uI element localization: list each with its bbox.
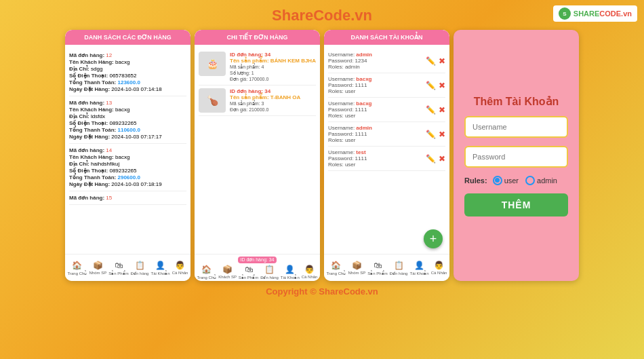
panel-order-list: DANH SÁCH CÁC ĐƠN HÀNG Mã đơn hàng: 12 T…: [65, 30, 190, 281]
order-item[interactable]: Mã đơn hàng: 15: [69, 191, 186, 205]
account-item: Username: admin Password: 1234 Roles: ad…: [328, 49, 445, 73]
panel-order-detail-footer: ID đơn hàng: 34 🏠Trang Chủ 📦Khách SP 🛍Sả…: [195, 254, 320, 281]
username-input[interactable]: [464, 116, 568, 138]
footer-copyright: Copyright © ShareCode.vn: [0, 281, 644, 299]
edit-account-button[interactable]: ✏️: [426, 105, 436, 115]
logo-text: SHARECODE.vn: [573, 10, 632, 18]
footer-sanpham[interactable]: 🛍Sản Phẩm: [367, 261, 387, 276]
edit-account-button[interactable]: ✏️: [426, 130, 436, 139]
footer-canhan[interactable]: 👨Cá Nhân: [431, 261, 447, 275]
header: ShareCode.vn: [0, 0, 644, 30]
product-image-1: 🎂: [199, 52, 226, 76]
delete-account-button[interactable]: ✖: [439, 81, 445, 90]
radio-user-circle: [493, 176, 502, 185]
panel-add-account: Thêm Tài Khoản Rules: user admin THÊM: [454, 30, 579, 281]
detail-item[interactable]: 🎂 ID đơn hàng: 34 Tên sản phẩm: BÁNH KEM…: [199, 49, 316, 86]
footer-taikhoan[interactable]: 👤Tài Khoản: [151, 261, 170, 276]
order-item[interactable]: Mã đơn hàng: 14 Tên Khách Hàng: bacxg Đị…: [69, 144, 186, 191]
order-item[interactable]: Mã đơn hàng: 12 Tên Khách Hàng: bacxg Đị…: [69, 49, 186, 96]
footer-donhang[interactable]: 📋Đơn hàng: [131, 261, 149, 276]
add-account-fab[interactable]: +: [424, 229, 443, 248]
order-item[interactable]: Mã đơn hàng: 13 Tên Khách Hàng: bacxg Đị…: [69, 96, 186, 144]
panel-account-list-footer: 🏠Trang Chủ 📦Nhóm SP 🛍Sản Phẩm 📋Đơn hàng …: [324, 254, 449, 281]
footer-trangchu[interactable]: 🏠Trang Chủ: [68, 261, 87, 276]
footer-donhang[interactable]: 📋Đơn hàng: [260, 265, 279, 280]
footer-donhang[interactable]: 📋Đơn hàng: [390, 261, 408, 276]
main-content: DANH SÁCH CÁC ĐƠN HÀNG Mã đơn hàng: 12 T…: [0, 30, 644, 281]
delete-account-button[interactable]: ✖: [439, 105, 445, 115]
panel-order-list-body[interactable]: Mã đơn hàng: 12 Tên Khách Hàng: bacxg Đị…: [65, 45, 190, 254]
radio-group: user admin: [493, 176, 557, 185]
edit-account-button[interactable]: ✏️: [426, 56, 436, 66]
footer-sanpham[interactable]: 🛍Sản Phẩm: [108, 261, 128, 276]
product-image-2: 🍗: [199, 88, 226, 113]
rules-row: Rules: user admin: [464, 176, 568, 185]
password-input[interactable]: [464, 146, 568, 168]
account-item: Username: admin Password: 1111 Roles: us…: [328, 122, 445, 147]
delete-account-button[interactable]: ✖: [439, 56, 445, 66]
add-account-title: Thêm Tài Khoản: [474, 95, 559, 108]
app-title: ShareCode.vn: [272, 7, 372, 24]
detail-item[interactable]: 🍗 ID đơn hàng: 34 Tên sản phẩm: T-BANH O…: [199, 86, 316, 116]
logo-icon: S: [559, 7, 571, 20]
footer-taikhoan[interactable]: 👤Tài Khoản: [410, 261, 429, 276]
panel-order-list-header: DANH SÁCH CÁC ĐƠN HÀNG: [65, 30, 190, 45]
order-id-badge: ID đơn hàng: 34: [238, 257, 277, 263]
account-item: Username: bacxg Password: 1111 Roles: us…: [328, 73, 445, 98]
radio-user[interactable]: user: [493, 176, 519, 185]
account-item: Username: test Password: 1111 Roles: use…: [328, 147, 445, 171]
footer-khachsp[interactable]: 📦Khách SP: [218, 265, 237, 280]
account-item: Username: bacxg Password: 1111 Roles: us…: [328, 98, 445, 122]
footer-trangchu[interactable]: 🏠Trang Chủ: [197, 265, 216, 280]
panel-order-detail: CHI TIẾT ĐƠN HÀNG 🎂 ID đơn hàng: 34 Tên …: [195, 30, 320, 281]
panel-account-list: DANH SÁCH TÀI KHOẢN Username: admin Pass…: [324, 30, 449, 281]
them-button[interactable]: THÊM: [464, 193, 568, 216]
radio-admin[interactable]: admin: [525, 176, 557, 185]
logo: S SHARECODE.vn: [553, 5, 637, 22]
footer-taikhoan[interactable]: 👤Tài Khoản: [281, 265, 300, 280]
footer-trangchu[interactable]: 🏠Trang Chủ: [327, 261, 346, 276]
delete-account-button[interactable]: ✖: [439, 154, 445, 164]
footer-canhan[interactable]: 👨Cá Nhân: [172, 261, 188, 275]
panel-account-list-header: DANH SÁCH TÀI KHOẢN: [324, 30, 449, 45]
panel-order-list-footer: 🏠Trang Chủ 📦Nhóm SP 🛍Sản Phẩm 📋Đơn hàng …: [65, 254, 190, 281]
footer-nhomsp[interactable]: 📦Nhóm SP: [348, 261, 365, 275]
delete-account-button[interactable]: ✖: [439, 130, 445, 139]
footer-canhan[interactable]: 👨Cá Nhân: [302, 265, 318, 280]
panel-account-list-body[interactable]: Username: admin Password: 1234 Roles: ad…: [324, 45, 449, 254]
panel-order-detail-header: CHI TIẾT ĐƠN HÀNG: [195, 30, 320, 45]
edit-account-button[interactable]: ✏️: [426, 81, 436, 90]
radio-admin-circle: [525, 176, 535, 185]
edit-account-button[interactable]: ✏️: [426, 154, 436, 164]
footer-nhomsp[interactable]: 📦Nhóm SP: [89, 261, 106, 275]
footer-sanpham[interactable]: 🛍Sản Phẩm: [239, 265, 258, 280]
panel-order-detail-body[interactable]: 🎂 ID đơn hàng: 34 Tên sản phẩm: BÁNH KEM…: [195, 45, 320, 254]
